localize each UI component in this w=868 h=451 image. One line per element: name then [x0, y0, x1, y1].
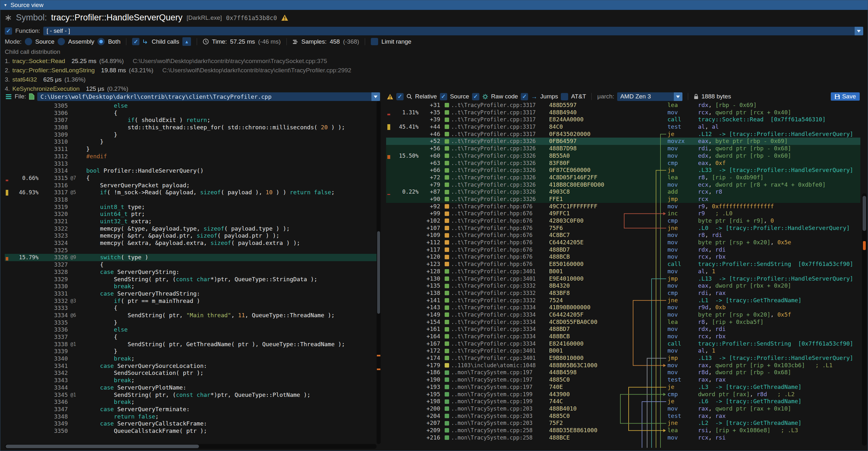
asm-row[interactable]: +79..t\TracyProfiler.cpp:3326418B8C80E0B…: [386, 181, 860, 188]
att-checkbox[interactable]: [561, 93, 568, 100]
asm-row[interactable]: +107..t\TracyProfiler.hpp:67675F6jne.L0 …: [386, 224, 860, 232]
radio-both-label[interactable]: Both: [108, 38, 120, 45]
source-line[interactable]: 3331 case ServerQueryThreadString:: [5, 290, 376, 298]
source-line[interactable]: 3333 {: [5, 304, 376, 312]
source-line[interactable]: 3338@1 SendString( ptr, GetThreadName( p…: [5, 341, 376, 348]
asm-row[interactable]: +52..t\TracyProfiler.cpp:33260FB64597mov…: [386, 138, 860, 145]
att-label[interactable]: AT&T: [571, 93, 586, 100]
asm-row[interactable]: +109..t\TracyProfiler.hpp:6764C8BC7movr8…: [386, 232, 860, 239]
asm-row[interactable]: +154..t\TracyProfiler.cpp:33344C8D055FBA…: [386, 319, 860, 326]
asm-row[interactable]: +128..t\TracyProfiler.cpp:3401B001moval,…: [386, 268, 860, 275]
source-line[interactable]: 3345@1 SendString( ptr, (const char*)ptr…: [5, 391, 376, 399]
source-horizontal-scrollbar[interactable]: [5, 444, 376, 449]
asm-row[interactable]: +99..t\TracyProfiler.hpp:67649FFC1incr9 …: [386, 210, 860, 217]
source-line[interactable]: 3325: [5, 247, 376, 254]
asm-source-label[interactable]: Source: [450, 93, 469, 100]
source-line[interactable]: 3347 case ServerQueryTerminate:: [5, 406, 376, 413]
assembly-vertical-scrollbar[interactable]: [862, 193, 867, 446]
asm-row[interactable]: +117..t\TracyProfiler.hpp:676488BD7movrd…: [386, 246, 860, 253]
source-line[interactable]: 3319 uint8_t type;: [5, 204, 376, 211]
asm-row[interactable]: +141..t\TracyProfiler.cpp:33327524jne.L1…: [386, 297, 860, 304]
source-line[interactable]: 3349 case ServerQueryCallstackFrame:: [5, 420, 376, 427]
asm-row[interactable]: +186..mon\TracySystem.cpp:197448B4598mov…: [386, 369, 860, 376]
source-line[interactable]: 3318: [5, 196, 376, 204]
asm-row[interactable]: +46..t\TracyProfiler.cpp:33170F843502000…: [386, 130, 860, 138]
source-line[interactable]: 3346 break;: [5, 398, 376, 406]
source-line[interactable]: 3342 SendSourceLocation( ptr );: [5, 369, 376, 377]
source-line[interactable]: 46.93%3317@5 if( !m_sock->Read( &payload…: [5, 189, 376, 196]
asm-row[interactable]: +164..t\TracyProfiler.cpp:3334488BCBmovr…: [386, 333, 860, 340]
source-line[interactable]: 3305 else: [5, 102, 376, 110]
asm-row[interactable]: +167..t\TracyProfiler.cpp:3334E824160000…: [386, 340, 860, 348]
scrollbar-handle[interactable]: [863, 196, 866, 231]
save-button[interactable]: Save: [831, 92, 860, 101]
raw-code-label[interactable]: Raw code: [491, 93, 518, 100]
child-call-entry[interactable]: 3.stat64i32625 μs(1.36%): [5, 75, 863, 84]
limit-range-checkbox[interactable]: [371, 38, 378, 45]
collapse-icon[interactable]: ▼: [3, 3, 7, 7]
uarch-select[interactable]: AMD Zen 3: [617, 92, 682, 101]
asm-row[interactable]: +130..t\TracyProfiler.cpp:3401E9E4010000…: [386, 275, 860, 282]
asm-row[interactable]: +90..t\TracyProfiler.cpp:3326FFE1jmprcx: [386, 196, 860, 203]
asm-row[interactable]: 1.31%+35..t\TracyProfiler.cpp:3317488B49…: [386, 109, 860, 116]
asm-row[interactable]: +216..mon\TracySystem.cpp:258488BCEmovrc…: [386, 434, 860, 442]
relative-checkbox[interactable]: ✓: [396, 93, 404, 100]
asm-row[interactable]: +190..mon\TracySystem.cpp:1974885C0testr…: [386, 376, 860, 384]
source-line[interactable]: 3334@6 SendString( ptr, "Main thread", 1…: [5, 312, 376, 319]
source-line[interactable]: 3341 case ServerQuerySourceLocation:: [5, 362, 376, 370]
asm-source-checkbox[interactable]: ✓: [440, 93, 447, 100]
asm-row[interactable]: +112..t\TracyProfiler.hpp:676C64424205Em…: [386, 239, 860, 246]
child-calls-label[interactable]: Child calls: [152, 38, 179, 45]
asm-row[interactable]: 0.22%+87..t\TracyProfiler.cpp:33264903C8…: [386, 188, 860, 196]
source-line[interactable]: 3312#endif: [5, 153, 376, 160]
jumps-label[interactable]: Jumps: [540, 93, 558, 100]
source-line[interactable]: 3313: [5, 160, 376, 168]
source-line[interactable]: 3350 QueueCallstackFrame( ptr );: [5, 427, 376, 435]
jumps-checkbox[interactable]: ✓: [521, 93, 528, 100]
asm-row[interactable]: +31..t\TracyProfiler.cpp:3317488D5597lea…: [386, 101, 860, 109]
source-line[interactable]: 3320 uint64_t ptr;: [5, 211, 376, 218]
source-line[interactable]: 3340 break;: [5, 355, 376, 362]
asm-row[interactable]: +174..t\TracyProfiler.cpp:3401E9B8010000…: [386, 355, 860, 362]
radio-assembly[interactable]: [58, 38, 65, 45]
titlebar[interactable]: ▼ Source view: [0, 0, 868, 10]
source-line[interactable]: 3348 return false;: [5, 413, 376, 420]
asm-row[interactable]: +56..t\TracyProfiler.cpp:3326488B7D98mov…: [386, 145, 860, 152]
asm-row[interactable]: +138..t\TracyProfiler.cpp:3332483BF8cmpr…: [386, 290, 860, 297]
chevron-down-icon[interactable]: [371, 92, 380, 101]
radio-source[interactable]: [25, 38, 32, 45]
chevron-down-icon[interactable]: [855, 27, 863, 35]
source-line[interactable]: 3343 break;: [5, 377, 376, 384]
source-line[interactable]: 3336 else: [5, 326, 376, 333]
source-line[interactable]: 3314bool Profiler::HandleServerQuery(): [5, 167, 376, 175]
asm-row[interactable]: +92..t\TracyProfiler.hpp:67649C7C1FFFFFF…: [386, 203, 860, 210]
asm-row[interactable]: +200..mon\TracySystem.cpp:203488B4010mov…: [386, 405, 860, 413]
source-line[interactable]: 3328 case ServerQueryString:: [5, 269, 376, 276]
asm-row[interactable]: +120..t\TracyProfiler.hpp:676488BCBmovrc…: [386, 253, 860, 261]
source-line[interactable]: 3322 memcpy( &type, &payload.type, sizeo…: [5, 225, 376, 233]
source-line[interactable]: 0.66%3315@7{: [5, 175, 376, 182]
source-line[interactable]: 15.79%3326@9 switch( type ): [5, 254, 376, 261]
limit-range-label[interactable]: Limit range: [381, 38, 411, 45]
asm-row[interactable]: +195..mon\TracySystem.cpp:199443900cmpdw…: [386, 391, 860, 398]
child-call-entry[interactable]: 2.tracy::Profiler::SendLongString19.88 m…: [5, 66, 863, 75]
source-line[interactable]: 3337 {: [5, 333, 376, 341]
source-line[interactable]: 3344 case ServerQueryPlotName:: [5, 384, 376, 391]
asm-row[interactable]: +63..t\TracyProfiler.cpp:332683F80Fcmpea…: [386, 159, 860, 167]
asm-row[interactable]: +193..mon\TracySystem.cpp:197740Eje.L3 -…: [386, 384, 860, 391]
source-line[interactable]: 3323 memcpy( &ptr, &payload.ptr, sizeof(…: [5, 232, 376, 240]
source-line[interactable]: 3339 }: [5, 348, 376, 355]
radio-assembly-label[interactable]: Assembly: [68, 38, 94, 45]
child-calls-checkbox[interactable]: ✓: [132, 38, 140, 45]
source-line[interactable]: 3308 std::this_thread::sleep_for( std::c…: [5, 124, 376, 131]
file-path-select[interactable]: C:\Users\wolf\Desktop\darkrl\contrib\tra…: [37, 92, 380, 101]
asm-row[interactable]: +72..t\TracyProfiler.cpp:33264C8D05F146F…: [386, 174, 860, 181]
source-line[interactable]: 3324 memcpy( &extra, &payload.extra, siz…: [5, 240, 376, 247]
asm-row[interactable]: +123..t\TracyProfiler.hpp:676E850160000c…: [386, 261, 860, 268]
source-line[interactable]: 3335 }: [5, 319, 376, 327]
asm-row[interactable]: +209..mon\TracySystem.cpp:258488D35E8861…: [386, 427, 860, 434]
scrollbar-handle[interactable]: [6, 445, 199, 448]
asm-row[interactable]: 45.41%+44..t\TracyProfiler.cpp:331784C0t…: [386, 123, 860, 130]
source-line[interactable]: 3327 {: [5, 261, 376, 269]
chevron-down-icon[interactable]: [674, 92, 682, 101]
